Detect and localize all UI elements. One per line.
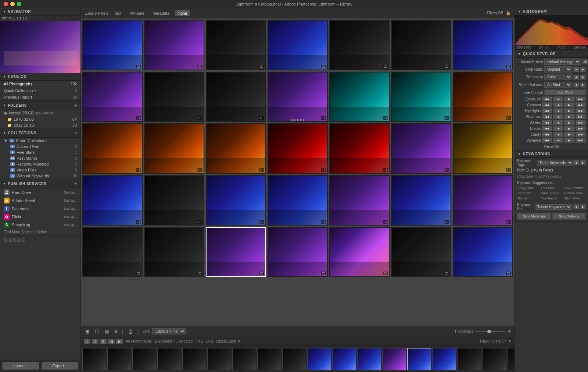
qd-highlights-increase-btn[interactable]: ▶▶: [576, 108, 586, 113]
smugmug-setup[interactable]: Set Up...: [64, 223, 77, 227]
filmstrip-thumb[interactable]: [282, 348, 306, 370]
filmstrip-thumb[interactable]: [457, 348, 481, 370]
qd-clarity-increase-btn[interactable]: ▶▶: [576, 132, 586, 137]
sort-select[interactable]: Capture Time File Name Rating: [152, 328, 186, 334]
compare-view-btn[interactable]: ⊠: [103, 328, 111, 335]
collections-header[interactable]: ▼ Collections +: [0, 128, 80, 138]
photo-cell[interactable]: [453, 227, 513, 277]
catalog-all-photos[interactable]: All Photographs 102: [0, 81, 80, 87]
qd-blacks-increase-btn[interactable]: ▶: [564, 126, 575, 131]
collection-colored-red[interactable]: ● Colored Red 0: [0, 144, 80, 149]
kw-suggestion-item[interactable]: Low Contract: [563, 186, 586, 190]
loupe-view-btn[interactable]: ☐: [93, 328, 101, 335]
qd-crop-next[interactable]: ▶: [580, 67, 586, 72]
qd-exposure-decrease-btn[interactable]: ◀◀: [542, 96, 552, 102]
hard-drive-setup[interactable]: Set Up...: [64, 191, 77, 194]
photo-cell[interactable]: [268, 20, 328, 70]
publish-hard-drive[interactable]: 💾 Hard Drive Set Up...: [0, 188, 80, 196]
nav-1to1[interactable]: 1:1: [17, 17, 22, 20]
collection-past-month[interactable]: 📅 Past Month 0: [0, 155, 80, 161]
filmstrip-thumb[interactable]: [207, 348, 231, 370]
window-controls[interactable]: [4, 2, 21, 6]
kw-set-prev[interactable]: ◀: [573, 204, 579, 209]
photo-cell[interactable]: [144, 227, 204, 277]
qd-treatment-prev[interactable]: ◀: [573, 75, 579, 80]
status-btn-1[interactable]: 1: [84, 339, 90, 344]
qd-clarity-decrease-btn[interactable]: ◀◀: [542, 132, 552, 137]
qd-wb-next[interactable]: ▶: [580, 82, 586, 88]
facebook-setup[interactable]: Set Up...: [64, 207, 77, 210]
nav-fill[interactable]: FILL: [9, 17, 15, 20]
minimize-button[interactable]: [10, 2, 15, 6]
next-btn[interactable]: ▶: [116, 339, 123, 344]
qd-blacks-increase-btn[interactable]: ▶▶: [576, 126, 586, 131]
kw-set-next[interactable]: ▶: [580, 204, 586, 209]
qd-preset-prev[interactable]: ◀: [582, 59, 588, 64]
publish-add-btn[interactable]: +: [74, 181, 78, 187]
filmstrip-thumb[interactable]: [257, 348, 281, 370]
folder-1970[interactable]: 📁 1970 02 03 64: [0, 116, 80, 122]
status-btn-2[interactable]: 2: [92, 339, 98, 344]
photo-cell[interactable]: [391, 227, 451, 277]
qd-blacks-decrease-btn[interactable]: ◀◀: [542, 126, 552, 131]
thumbnail-slider-handle[interactable]: [487, 330, 491, 333]
photo-cell[interactable]: [82, 123, 143, 174]
import-button[interactable]: Import...: [2, 362, 39, 370]
qd-highlights-increase-btn[interactable]: ▶: [564, 108, 575, 113]
expand-btn[interactable]: ▼: [507, 329, 512, 334]
photo-cell[interactable]: [82, 175, 143, 226]
hdd-label[interactable]: Internal 250GB: [9, 111, 33, 115]
qd-saved-preset-select[interactable]: Default Settings: [544, 59, 581, 65]
qd-shadows-increase-btn[interactable]: ▶▶: [576, 114, 586, 119]
photo-cell[interactable]: [329, 123, 390, 174]
folders-header[interactable]: ▼ Folders +: [0, 101, 80, 110]
photo-cell[interactable]: [144, 72, 204, 122]
kw-suggestion-item[interactable]: Blurred: [517, 196, 539, 201]
filmstrip-thumb[interactable]: [107, 348, 131, 370]
qd-blacks-decrease-btn[interactable]: ◀: [553, 126, 564, 131]
publish-flickr[interactable]: ✿ Flickr Set Up...: [0, 213, 80, 221]
qd-vibrance-decrease-btn[interactable]: ◀: [553, 138, 564, 143]
filmstrip-thumb[interactable]: [232, 348, 256, 370]
qd-highlights-decrease-btn[interactable]: ◀: [553, 108, 564, 113]
filter-metadata-btn[interactable]: Metadata: [150, 10, 172, 16]
qd-wb-select[interactable]: As Shot: [544, 82, 572, 88]
filmstrip-thumb[interactable]: [132, 348, 156, 370]
status-file-arrow[interactable]: ▼: [237, 339, 241, 343]
photo-cell[interactable]: [329, 72, 390, 122]
publish-adobe-revel[interactable]: ⊕ Adobe Revel Set Up...: [0, 196, 80, 205]
photo-cell[interactable]: [453, 123, 513, 174]
collection-video-files[interactable]: ▶ Video Files 0: [0, 167, 80, 173]
qd-contrast-increase-btn[interactable]: ▶▶: [576, 102, 586, 107]
catalog-quick-collection[interactable]: Quick Collection + 3: [0, 87, 80, 94]
publish-facebook[interactable]: f Facebook Set Up...: [0, 205, 80, 213]
publish-smugmug[interactable]: S SmugMug Set Up...: [0, 221, 80, 229]
kw-suggestion-item[interactable]: Nathan Prisk: [563, 191, 586, 195]
qd-shadows-increase-btn[interactable]: ▶: [564, 114, 575, 119]
histogram-header[interactable]: ▼ Histogram: [515, 8, 588, 15]
sync-metadata-btn[interactable]: Sync Metadata: [517, 213, 551, 220]
photo-cell[interactable]: [391, 175, 451, 226]
filmstrip-thumb[interactable]: [482, 348, 506, 370]
filter-none-btn[interactable]: None: [175, 10, 189, 16]
photo-cell[interactable]: [329, 20, 390, 70]
qd-treatment-next[interactable]: ▶: [580, 75, 586, 80]
kw-suggestion-item[interactable]: One Face: [540, 186, 563, 190]
photo-cell[interactable]: [82, 227, 143, 277]
flickr-setup[interactable]: Set Up...: [64, 215, 77, 219]
collections-add-btn[interactable]: +: [74, 130, 78, 136]
qd-whites-increase-btn[interactable]: ▶▶: [576, 120, 586, 125]
photo-cell[interactable]: [206, 72, 266, 122]
qd-crop-select[interactable]: Original: [544, 66, 572, 72]
kw-tags-prev[interactable]: ◀: [573, 160, 579, 165]
qd-shadows-decrease-btn[interactable]: ◀: [553, 114, 564, 119]
photo-grid-area[interactable]: ★★★★★: [81, 18, 514, 326]
nav-fit[interactable]: FIT: [2, 17, 7, 20]
qd-whites-decrease-btn[interactable]: ◀◀: [542, 120, 552, 125]
filmstrip-thumb[interactable]: [307, 348, 331, 370]
qd-vibrance-decrease-btn[interactable]: ◀◀: [542, 138, 552, 143]
photo-cell[interactable]: [453, 20, 513, 70]
close-button[interactable]: [4, 2, 8, 6]
kw-suggestion-item[interactable]: Marc Miller: [563, 196, 586, 201]
catalog-header[interactable]: ▼ Catalog: [0, 73, 80, 81]
